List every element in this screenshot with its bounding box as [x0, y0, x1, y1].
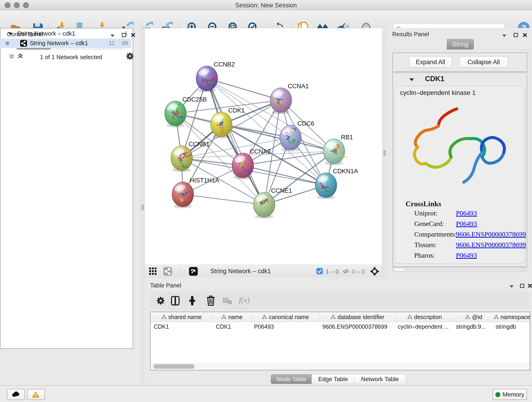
grid-view-icon[interactable]	[149, 268, 157, 275]
crosslink-link[interactable]: P06493	[456, 209, 477, 217]
network-canvas[interactable]: CCNB2CCNA1CDC25BCDK1CDC6RB1CCNB1CCNA2CDK…	[145, 28, 382, 265]
network-name: String Network – cdk1	[30, 40, 88, 47]
network-node[interactable]	[171, 146, 192, 171]
table-options-gear-icon[interactable]	[156, 296, 165, 305]
column-header[interactable]: @id	[454, 312, 494, 322]
node-table: shared namenamecanonical namedatabase id…	[150, 312, 530, 370]
column-header[interactable]: description	[395, 312, 454, 322]
crosslinks-heading: CrossLinks	[405, 200, 441, 208]
table-cell[interactable]: 9606.ENSP00000378699	[319, 322, 394, 331]
memory-button[interactable]: Memory	[493, 389, 527, 400]
network-view-mode-icon[interactable]	[163, 267, 172, 276]
node-label: CCNA2	[250, 148, 271, 155]
results-hscroll-thumb[interactable]	[394, 268, 404, 271]
network-node[interactable]	[210, 112, 232, 137]
expand-all-button[interactable]: Expand All	[409, 57, 452, 68]
column-header[interactable]: namespace	[494, 312, 530, 322]
network-view-title: String Network – cdk1	[210, 268, 271, 275]
network-node[interactable]	[270, 88, 292, 113]
table-cell[interactable]: P06493	[251, 322, 319, 331]
node-count: 11	[109, 40, 115, 47]
column-header-label: description	[414, 314, 442, 320]
network-node[interactable]	[315, 173, 337, 198]
table-hscrollbar[interactable]	[151, 363, 530, 370]
table-cell[interactable]: cyclin–dependent ...	[394, 322, 453, 331]
network-node[interactable]	[253, 192, 275, 217]
column-type-icon	[162, 315, 167, 319]
column-header-label: shared name	[168, 314, 202, 320]
cloud-status-button[interactable]	[7, 389, 25, 400]
selected-checkbox-icon[interactable]	[317, 268, 323, 274]
tab-node-table[interactable]: Node Table	[271, 374, 312, 384]
table-panel-title: Table Panel	[150, 282, 181, 289]
right-splitter-handle[interactable]	[383, 150, 386, 156]
maximize-panel-icon[interactable]	[513, 32, 519, 38]
crosslink-row: Tissues:9606.ENSP00000378699	[395, 241, 524, 251]
table-hscroll-thumb[interactable]	[153, 364, 195, 369]
crosslink-row: Uniprot:P06493	[395, 209, 524, 220]
network-node[interactable]	[323, 139, 347, 164]
hidden-elements-icon[interactable]	[342, 268, 350, 275]
control-panel: Control Panel Network Style Select Sets …	[0, 28, 140, 385]
right-splitter[interactable]	[382, 28, 387, 278]
toolbar-separator	[340, 267, 341, 275]
create-column-icon[interactable]	[187, 296, 197, 306]
tab-edge-table[interactable]: Edge Table	[312, 374, 355, 384]
table-cell[interactable]: stringdb:9...	[453, 322, 492, 331]
function-builder-icon: f(x)	[239, 296, 250, 304]
toolbar-separator	[181, 267, 181, 275]
close-panel-icon[interactable]	[522, 32, 528, 38]
table-row[interactable]: CDK1CDK1P064939606.ENSP00000378699cyclin…	[151, 322, 530, 331]
left-splitter-handle[interactable]	[141, 204, 144, 211]
network-edge[interactable]	[207, 78, 264, 205]
crosslink-link[interactable]: 9606.ENSP00000378699	[456, 241, 526, 249]
tab-string[interactable]: String	[447, 39, 474, 50]
gene-result-box: CDK1 cyclin–dependent kinase 1	[393, 72, 527, 267]
table-cell[interactable]: CDK1	[213, 322, 251, 331]
left-splitter[interactable]	[140, 28, 145, 385]
table-toolbar: f(x)	[150, 292, 529, 310]
results-hscrollbar[interactable]	[393, 267, 527, 272]
column-header[interactable]: name	[213, 312, 251, 322]
collapse-all-icon[interactable]	[8, 53, 15, 60]
cloud-icon	[12, 391, 20, 398]
warnings-button[interactable]	[27, 389, 45, 400]
float-panel-icon[interactable]	[509, 283, 515, 289]
crosslink-link[interactable]: P06493	[456, 220, 477, 228]
crosslink-link[interactable]: 9606.ENSP00000378699	[456, 230, 526, 238]
crosslink-label: GeneCard:	[414, 220, 444, 228]
close-panel-icon[interactable]	[527, 283, 532, 289]
column-header[interactable]: database identifier	[320, 312, 395, 322]
gene-expander-icon[interactable]	[409, 77, 414, 82]
network-node[interactable]	[280, 125, 301, 150]
network-collection-row[interactable]: String Network – cdk1 1	[0, 29, 131, 38]
column-header[interactable]: shared name	[151, 312, 213, 322]
delete-column-icon[interactable]	[206, 295, 215, 306]
show-columns-icon[interactable]	[170, 296, 180, 306]
table-cell[interactable]: CDK1	[151, 322, 213, 331]
network-edge[interactable]	[207, 78, 281, 100]
network-options-gear-icon[interactable]	[126, 52, 134, 61]
crosslink-row: GeneCard:P06493	[395, 220, 524, 230]
application-window: Session: New Session ? Control Panel	[0, 0, 532, 402]
network-edge[interactable]	[183, 194, 264, 205]
tab-network-table[interactable]: Network Table	[354, 374, 405, 384]
float-panel-icon[interactable]	[501, 32, 507, 38]
network-row-selected[interactable]: String Network – cdk1 11 48	[0, 38, 131, 48]
table-cell[interactable]: stringdb	[492, 322, 529, 331]
expand-all-icon[interactable]	[17, 53, 24, 60]
network-node[interactable]	[232, 153, 254, 178]
network-node[interactable]	[196, 66, 218, 91]
fit-selected-crosshair-icon[interactable]	[370, 266, 380, 276]
column-header[interactable]: canonical name	[251, 312, 320, 322]
detach-view-icon[interactable]	[189, 267, 198, 276]
crosslink-link[interactable]: P06493	[456, 251, 477, 259]
crosslink-label: Tissues:	[414, 241, 437, 249]
network-graph[interactable]: CCNB2CCNA1CDC25BCDK1CDC6RB1CCNB1CCNA2CDK…	[145, 28, 382, 265]
network-node[interactable]	[165, 101, 186, 126]
column-header-label: database identifier	[337, 314, 384, 320]
tree-expander-icon[interactable]	[8, 32, 13, 36]
maximize-panel-icon[interactable]	[519, 283, 525, 289]
network-node[interactable]	[172, 182, 194, 207]
collapse-all-button[interactable]: Collapse All	[459, 57, 508, 68]
